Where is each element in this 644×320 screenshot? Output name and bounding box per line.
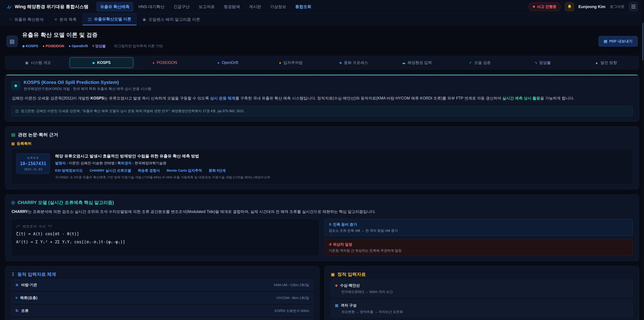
table-row: ☀표층수온(SST) NOAA AVHRR·~5.4km: [11, 318, 313, 320]
tab-system-overview[interactable]: ▣ 시스템 개요: [6, 57, 70, 68]
brand-title: Wing 해양환경 위기대응 통합시스템: [15, 4, 88, 10]
diamond-icon: ◆: [92, 61, 95, 65]
target-icon: ◉: [142, 17, 146, 22]
reference-box: ◫ 참고문헌: 김혜진·이문진·오세웅·강준묵, "유출유 확산 예측 모델의 …: [11, 106, 633, 116]
top-navbar: Wing 해양환경 위기대응 통합시스템 유출유 확산예측 HNS·대기확산 긴…: [0, 0, 644, 14]
tab-kosps[interactable]: ◆ KOSPS: [70, 57, 133, 68]
nav-item-board[interactable]: 게시판: [245, 2, 265, 12]
registered-patent-label: ▦ 등록특허: [11, 141, 633, 146]
tab-ensemble[interactable]: ϟ 앙상블: [511, 57, 574, 68]
nav-item-oil-spill-prediction[interactable]: 유출유 확산예측: [96, 2, 134, 12]
logout-button[interactable]: 로그아웃: [610, 4, 624, 9]
patent-card[interactable]: 등록번호 10-1567431 2015.11.03 해양 유류오염사고 발생시…: [11, 149, 633, 184]
grid-icon: ▦: [335, 303, 338, 307]
badge-note: 라그랑지안 입자추적 이론 기반: [110, 41, 167, 51]
incident-status-badge[interactable]: 사고 진행중: [528, 2, 561, 11]
square-icon: ■: [340, 61, 342, 65]
list-item: ◈수심·해안선 전자해도(ENC) → 500m 격자 보간: [331, 280, 633, 297]
patent-rnd-note: 국가R&D: ① 3차원 유출유 확산예측 기반 방제 지원기술 개발 (기여율…: [55, 175, 628, 180]
book-icon: ◫: [16, 109, 18, 113]
patent-section: ▤ 관련 논문·특허 근거 ▦ 등록특허 등록번호 10-1567431 201…: [5, 127, 639, 189]
scatter-chart-icon: ∷: [10, 17, 12, 22]
tide-icon: ↻: [16, 308, 18, 313]
table-row: ≈해류(표층) HYCOM·~9km·1회/일: [11, 292, 313, 303]
nav-item-integrated-search[interactable]: 통합조회: [291, 2, 316, 12]
nav-item-emergency-rescue[interactable]: 긴급구난: [170, 2, 194, 12]
kosps-header: ◆ KOSPS (Korea Oil Spill Prediction Syst…: [11, 80, 633, 91]
tab-roadmap[interactable]: ▲ 발전 방향: [574, 57, 638, 68]
badge-kosps: ◆ KOSPS: [22, 44, 38, 48]
main-nav: 유출유 확산예측 HNS·대기확산 긴급구난 보고자료 항공탐색 게시판 기상정…: [96, 2, 315, 12]
badge-poseidon: ● POSEIDON: [42, 44, 64, 48]
subnav-item-oil-fence-theory[interactable]: ◉ 오일펜스 배치 알고리즘 이론: [138, 14, 205, 25]
notification-button[interactable]: [565, 2, 574, 11]
subnav-item-analysis-list[interactable]: ≡ 분석 목록: [50, 14, 82, 25]
table-row: ≋바람·기온 KMA UM·~12km·2회/일: [11, 279, 313, 290]
patent-section-header: ▤ 관련 논문·특허 근거: [11, 132, 633, 138]
nav-item-aerial-search[interactable]: 항공탐색: [220, 2, 244, 12]
swirl-icon: ◎: [11, 200, 15, 205]
documents-icon: ▤: [11, 132, 16, 137]
patent-number-label: 등록번호: [20, 156, 46, 160]
wing-logo-icon: [6, 4, 12, 10]
sub-navbar: ∷ 유출유 확산분석 ≡ 분석 목록 ◫ 유출유확산모델 이론 ◉ 오일펜스 배…: [0, 14, 644, 26]
incident-dot-icon: [533, 6, 535, 8]
patent-details: 해양 유류오염사고 발생시 효율적인 방제방안 수립을 위한 유출유 확산 예측…: [55, 153, 628, 180]
tab-model-validation[interactable]: ✓ 모델 검증: [448, 57, 512, 68]
page-title: 유출유 확산 모델 이론 및 검증: [22, 31, 167, 39]
patent-section-title: 관련 논문·특허 근거: [18, 132, 58, 138]
dot-icon: ●: [68, 44, 71, 48]
model-badges: ◆ KOSPS ● POSEIDON ● OpenDrift ϟ 앙상블 라그랑…: [22, 41, 167, 51]
check-icon: ✓: [469, 61, 472, 65]
user-name: Eunjeong Kim: [578, 4, 606, 9]
diamond-icon: ◆: [22, 44, 25, 48]
nav-item-hns-air-diffusion[interactable]: HNS·대기확산: [134, 2, 168, 12]
pin-icon: ◈: [335, 283, 338, 288]
patent-number: 10-1567431: [20, 161, 46, 166]
topnav-right: 사고 진행중 Eunjeong Kim 로그아웃: [528, 2, 638, 11]
blue-dot-icon: ●: [217, 61, 220, 65]
tag-wind-current-formula[interactable]: 취송류 경험식: [138, 168, 160, 173]
tag-esi-map[interactable]: ESI 방제정보지도: [55, 168, 83, 173]
bolt-icon: ϟ: [535, 61, 537, 65]
tab-opendrift[interactable]: ● OpenDrift: [196, 57, 259, 68]
main-content: ▤ 유출유 확산 모델 이론 및 검증 ◆ KOSPS ● POSEIDON ●…: [0, 26, 644, 320]
kosps-diamond-icon: ◆: [11, 81, 20, 90]
static-input-header: ▣ 정적 입력자료: [331, 271, 633, 277]
pdf-export-button[interactable]: ▤ PDF 내보내기: [598, 36, 638, 47]
pdf-icon: ▤: [604, 39, 607, 44]
patent-meta: 발명자 : 이문진·김혜진·이승현·전태병 | 특허권자 : 한국해양과학기술원: [55, 161, 628, 165]
list-item: ▦격자 구성 좌표변환 → 영역추출 → 격자보간 표준화: [331, 300, 633, 317]
patent-date: 2015.11.03: [20, 167, 46, 171]
patent-number-box: 등록번호 10-1567431 2015.11.03: [16, 153, 50, 174]
charry-description: CHARRY는 조화분석에 의한 검조소 실시간 조위와 조석 수치모델링에 의…: [12, 208, 632, 215]
cloud-icon: ☁: [402, 61, 405, 65]
patent-title: 해양 유류오염사고 발생시 효율적인 방제방안 수립을 위한 유출유 확산 예측…: [55, 153, 628, 159]
charry-notes: ① 진폭 등비 증가 검조소 조위 진폭 n배 → 전 격자 동일 n배 증가 …: [324, 219, 633, 256]
tag-weathering-stages[interactable]: 풍화 5단계: [209, 168, 226, 173]
scrollbar-thumb[interactable]: [642, 23, 644, 60]
page-scrollbar[interactable]: [642, 0, 644, 320]
static-input-title: 정적 입력자료: [338, 271, 366, 277]
nav-item-reports[interactable]: 보고자료: [195, 2, 219, 12]
menu-icon[interactable]: [629, 2, 638, 11]
tab-poseidon[interactable]: ● POSEIDON: [133, 57, 196, 68]
tag-charry-model[interactable]: CHARRY 실시간 조류모델: [90, 168, 131, 173]
tab-particle-tracking[interactable]: ● 입자추적법: [259, 57, 322, 68]
page-title-block: 유출유 확산 모델 이론 및 검증 ◆ KOSPS ● POSEIDON ● O…: [22, 31, 167, 51]
tab-weathering-process[interactable]: ■ 풍화 프로세스: [322, 57, 386, 68]
subnav-label: 오일펜스 배치 알고리즘 이론: [148, 17, 200, 22]
section-tab-bar: ▣ 시스템 개요 ◆ KOSPS ● POSEIDON ● OpenDrift …: [5, 56, 639, 70]
subnav-label: 유출유확산모델 이론: [94, 17, 131, 22]
brand-logo[interactable]: Wing 해양환경 위기대응 통합시스템: [6, 4, 88, 10]
tab-ocean-env-input[interactable]: ☁ 해양환경 입력: [386, 57, 448, 68]
subnav-label: 분석 목록: [59, 17, 77, 22]
subnav-item-diffusion-analysis[interactable]: ∷ 유출유 확산분석: [4, 14, 49, 25]
tag-monte-carlo[interactable]: Monte Carlo 입자추적: [166, 168, 202, 173]
amplitude-note: ① 진폭 등비 증가 검조소 조위 진폭 n배 → 전 격자 동일 n배 증가: [324, 219, 633, 236]
subnav-item-model-theory[interactable]: ◫ 유출유확산모델 이론: [83, 14, 136, 25]
nav-item-weather-info[interactable]: 기상정보: [266, 2, 290, 12]
reference-text: 참고문헌: 김혜진·이문진·오세웅·강준묵, "유출유 확산 예측 모델의 상시…: [21, 109, 245, 113]
red-dot-icon: ●: [152, 61, 155, 65]
folder-icon: ▣: [331, 272, 335, 277]
